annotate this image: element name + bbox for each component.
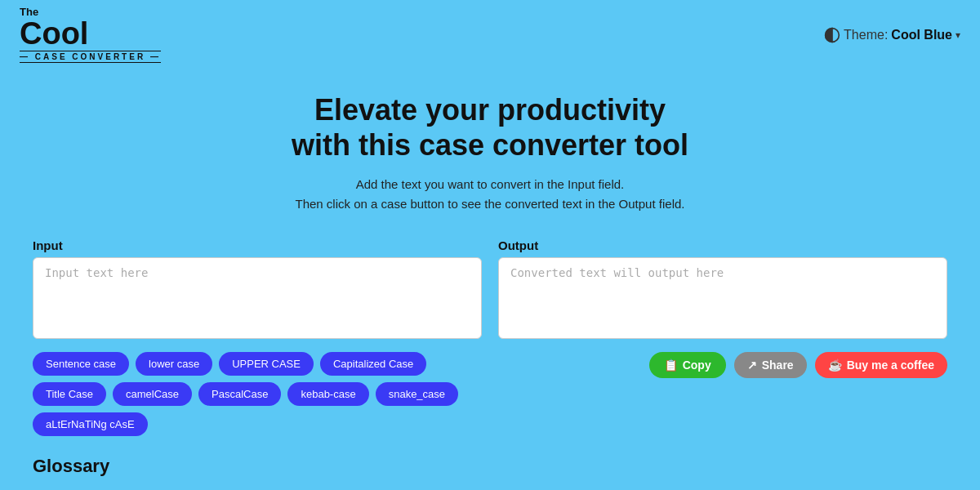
output-textarea[interactable] (498, 257, 947, 339)
theme-selector[interactable]: Theme: Cool Blue ▾ (824, 27, 960, 43)
logo: The Cool — CASE CONVERTER — (20, 7, 161, 63)
logo-subtitle: — CASE CONVERTER — (20, 51, 161, 63)
input-textarea[interactable] (33, 257, 482, 339)
hero-subtitle: Add the text you want to convert in the … (16, 175, 964, 214)
glossary-section: Glossary Sentence Case Sentence case inv… (0, 436, 980, 490)
coffee-icon: ☕ (828, 359, 842, 372)
header: The Cool — CASE CONVERTER — Theme: Cool … (0, 0, 980, 69)
btn-sentence-case[interactable]: Sentence case (33, 352, 129, 376)
btn-lower-case[interactable]: lower case (136, 352, 212, 376)
copy-icon: 📋 (664, 359, 678, 372)
btn-upper-case[interactable]: UPPER CASE (219, 352, 314, 376)
logo-cool: Cool (20, 18, 88, 49)
output-actions: 📋 Copy ↗ Share ☕ Buy me a coffee (498, 352, 947, 378)
case-buttons-group: Sentence case lower case UPPER CASE Capi… (33, 352, 482, 436)
btn-alternating-case[interactable]: aLtErNaTiNg cAsE (33, 412, 148, 436)
output-section: Output 📋 Copy ↗ Share ☕ Buy me a coffee (498, 238, 947, 436)
converter-area: Input Sentence case lower case UPPER CAS… (0, 238, 980, 436)
btn-camel-case[interactable]: camelCase (113, 382, 192, 406)
btn-capitalized-case[interactable]: Capitalized Case (320, 352, 426, 376)
share-icon: ↗ (747, 359, 757, 372)
btn-pascal-case[interactable]: PascalCase (198, 382, 281, 406)
coffee-button[interactable]: ☕ Buy me a coffee (815, 352, 947, 378)
theme-label: Theme: (844, 28, 888, 42)
hero-section: Elevate your productivity with this case… (0, 69, 980, 229)
hero-title: Elevate your productivity with this case… (16, 92, 964, 163)
btn-snake-case[interactable]: snake_case (376, 382, 458, 406)
btn-kebab-case[interactable]: kebab-case (287, 382, 368, 406)
input-label: Input (33, 238, 482, 252)
copy-button[interactable]: 📋 Copy (649, 352, 726, 378)
btn-title-case[interactable]: Title Case (33, 382, 106, 406)
output-label: Output (498, 238, 947, 252)
input-section: Input Sentence case lower case UPPER CAS… (33, 238, 482, 436)
chevron-down-icon: ▾ (956, 29, 960, 41)
theme-value: Cool Blue (891, 28, 952, 42)
share-button[interactable]: ↗ Share (734, 352, 807, 378)
glossary-title: Glossary (33, 456, 947, 477)
theme-icon (824, 27, 840, 43)
